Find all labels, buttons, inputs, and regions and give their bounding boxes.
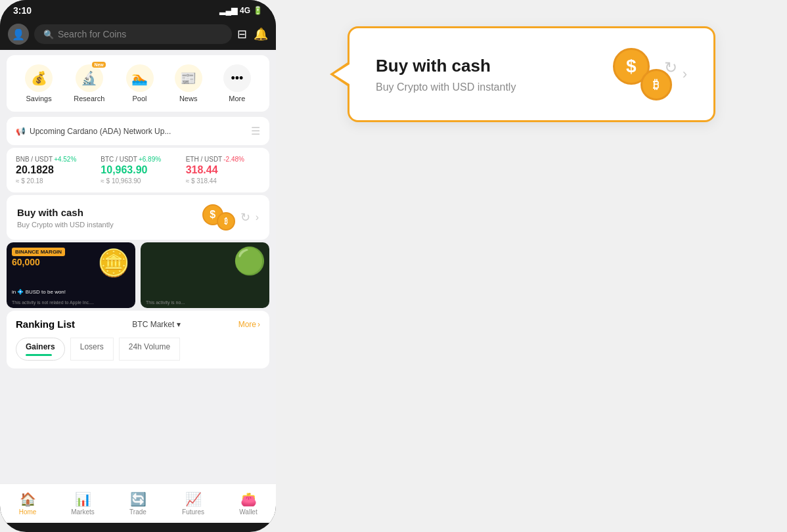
banner-right[interactable]: 🟢 This activity is no... bbox=[141, 242, 269, 308]
ranking-title: Ranking List bbox=[16, 319, 75, 330]
chevron-right-icon: › bbox=[256, 211, 259, 223]
eth-value: 318.44 bbox=[186, 164, 260, 176]
scan-button[interactable]: ⊟ bbox=[237, 27, 247, 41]
announcement-text: 📢 Upcoming Cardano (ADA) Network Up... bbox=[16, 127, 171, 136]
tab-losers[interactable]: Losers bbox=[70, 338, 114, 361]
announcement-icon: 📢 bbox=[16, 127, 26, 136]
banner-disclaimer-left: This activity is not related to Apple In… bbox=[12, 300, 94, 305]
news-icon: 📰 bbox=[175, 64, 202, 92]
markets-label: Markets bbox=[71, 508, 95, 516]
banner-left[interactable]: BINANCE MARGIN 60,000 🪙 in 💠 BUSD to be … bbox=[7, 242, 135, 308]
price-row: BNB / USDT +4.52% 20.1828 ≈ $ 20.18 BTC … bbox=[16, 156, 260, 185]
price-item-eth[interactable]: ETH / USDT -2.48% 318.44 ≈ $ 318.44 bbox=[186, 156, 260, 185]
callout-refresh-icon: ↻ bbox=[664, 58, 677, 77]
savings-icon: 💰 bbox=[25, 64, 53, 92]
nav-trade[interactable]: 🔄 Trade bbox=[110, 491, 166, 516]
brand-label: BINANCE MARGIN bbox=[12, 248, 65, 256]
notification-button[interactable]: 🔔 bbox=[254, 27, 268, 41]
btc-coin: ₿ bbox=[217, 212, 235, 231]
nav-futures[interactable]: 📈 Futures bbox=[166, 491, 221, 516]
futures-label: Futures bbox=[182, 508, 204, 516]
trade-label: Trade bbox=[129, 508, 146, 516]
search-bar[interactable]: 🔍 Search for Coins bbox=[34, 24, 232, 44]
quick-links-card: 💰 Savings 🔬 New Research 🏊 Pool 📰 Ne bbox=[7, 55, 269, 112]
nav-wallet[interactable]: 👛 Wallet bbox=[221, 491, 276, 516]
coin-stack: $ ₿ bbox=[202, 204, 235, 231]
top-nav: 👤 🔍 Search for Coins ⊟ 🔔 bbox=[0, 18, 276, 50]
callout-coins: $ ₿ ↻ bbox=[613, 48, 672, 100]
avatar[interactable]: 👤 bbox=[8, 24, 29, 45]
search-placeholder: Search for Coins bbox=[58, 29, 126, 39]
pool-label: Pool bbox=[132, 95, 146, 102]
sidebar-item-more[interactable]: ••• More bbox=[223, 64, 251, 102]
home-label: Home bbox=[19, 508, 37, 516]
pool-icon: 🏊 bbox=[126, 64, 154, 92]
bnb-pair: BNB / USDT +4.52% bbox=[16, 156, 90, 163]
bnb-usd: ≈ $ 20.18 bbox=[16, 177, 90, 185]
quick-links: 💰 Savings 🔬 New Research 🏊 Pool 📰 Ne bbox=[14, 64, 261, 102]
callout-area: Buy with cash Buy Crypto with USD instan… bbox=[276, 0, 787, 148]
active-tab-indicator bbox=[26, 354, 52, 356]
buy-cash-card[interactable]: Buy with cash Buy Crypto with USD instan… bbox=[7, 195, 269, 240]
ranking-tabs: Gainers Losers 24h Volume bbox=[16, 338, 260, 361]
banner-amount: 60,000 bbox=[12, 257, 40, 267]
trade-icon: 🔄 bbox=[130, 491, 146, 507]
network-label: 4G bbox=[240, 6, 250, 15]
buy-cash-title: Buy with cash bbox=[17, 207, 114, 218]
btc-value: 10,963.90 bbox=[101, 164, 175, 176]
tab-gainers[interactable]: Gainers bbox=[16, 338, 65, 361]
sidebar-item-research[interactable]: 🔬 New Research bbox=[74, 64, 104, 102]
refresh-arrow-icon: ↻ bbox=[240, 210, 250, 225]
banner-currency: in 💠 BUSD to be won! bbox=[12, 289, 66, 295]
nav-home[interactable]: 🏠 Home bbox=[0, 491, 55, 516]
callout-box[interactable]: Buy with cash Buy Crypto with USD instan… bbox=[348, 26, 715, 122]
battery-icon: 🔋 bbox=[253, 6, 263, 15]
ranking-header: Ranking List BTC Market ▾ More › bbox=[16, 319, 260, 330]
more-chevron-icon: › bbox=[258, 320, 260, 329]
home-icon: 🏠 bbox=[20, 491, 36, 507]
banner-row: BINANCE MARGIN 60,000 🪙 in 💠 BUSD to be … bbox=[7, 242, 269, 308]
btc-usd: ≈ $ 10,963.90 bbox=[101, 177, 175, 185]
markets-icon: 📊 bbox=[75, 491, 91, 507]
savings-label: Savings bbox=[26, 95, 52, 102]
market-label: BTC Market bbox=[132, 320, 174, 329]
sidebar-item-pool[interactable]: 🏊 Pool bbox=[126, 64, 154, 102]
dropdown-icon: ▾ bbox=[177, 320, 181, 329]
price-item-btc[interactable]: BTC / USDT +6.89% 10,963.90 ≈ $ 10,963.9… bbox=[101, 156, 175, 185]
more-icon: ••• bbox=[223, 64, 251, 92]
buy-cash-content: Buy with cash Buy Crypto with USD instan… bbox=[17, 207, 114, 229]
nav-markets[interactable]: 📊 Markets bbox=[55, 491, 110, 516]
bottom-nav: 🏠 Home 📊 Markets 🔄 Trade 📈 Futures 👛 Wal… bbox=[0, 483, 276, 523]
callout-text: Buy with cash Buy Crypto with USD instan… bbox=[376, 56, 516, 93]
callout-subtitle: Buy Crypto with USD instantly bbox=[376, 81, 516, 93]
busd-coin-icon: 🪙 bbox=[97, 248, 130, 278]
list-icon: ☰ bbox=[251, 125, 260, 137]
ranking-market[interactable]: BTC Market ▾ bbox=[132, 320, 181, 329]
announcement-card[interactable]: 📢 Upcoming Cardano (ADA) Network Up... ☰ bbox=[7, 117, 269, 145]
btc-pair: BTC / USDT +6.89% bbox=[101, 156, 175, 163]
futures-icon: 📈 bbox=[185, 491, 202, 507]
announcement-content: Upcoming Cardano (ADA) Network Up... bbox=[30, 127, 171, 136]
avatar-icon: 👤 bbox=[12, 28, 25, 41]
research-label: Research bbox=[74, 95, 104, 102]
callout-chevron-icon: › bbox=[683, 66, 687, 83]
price-item-bnb[interactable]: BNB / USDT +4.52% 20.1828 ≈ $ 20.18 bbox=[16, 156, 90, 185]
search-icon: 🔍 bbox=[43, 30, 54, 39]
banner-disclaimer-right: This activity is no... bbox=[146, 300, 185, 305]
sidebar-item-news[interactable]: 📰 News bbox=[175, 64, 202, 102]
buy-cash-right: $ ₿ ↻ › bbox=[202, 204, 259, 231]
more-label: More bbox=[229, 95, 245, 102]
wallet-icon: 👛 bbox=[240, 491, 257, 507]
eth-usd: ≈ $ 318.44 bbox=[186, 177, 260, 185]
phone-content: 💰 Savings 🔬 New Research 🏊 Pool 📰 Ne bbox=[0, 50, 276, 483]
tab-24h-volume[interactable]: 24h Volume bbox=[119, 338, 180, 361]
ranking-more[interactable]: More › bbox=[238, 320, 260, 329]
sidebar-item-savings[interactable]: 💰 Savings bbox=[25, 64, 53, 102]
news-label: News bbox=[179, 95, 198, 102]
research-icon: 🔬 New bbox=[76, 64, 103, 92]
bnb-value: 20.1828 bbox=[16, 164, 90, 176]
tether-coin-icon: 🟢 bbox=[233, 246, 266, 277]
buy-cash-subtitle: Buy Crypto with USD instantly bbox=[17, 221, 114, 229]
signal-icon: ▂▄▆ bbox=[219, 6, 237, 15]
status-bar: 3:10 ▂▄▆ 4G 🔋 bbox=[0, 0, 276, 18]
